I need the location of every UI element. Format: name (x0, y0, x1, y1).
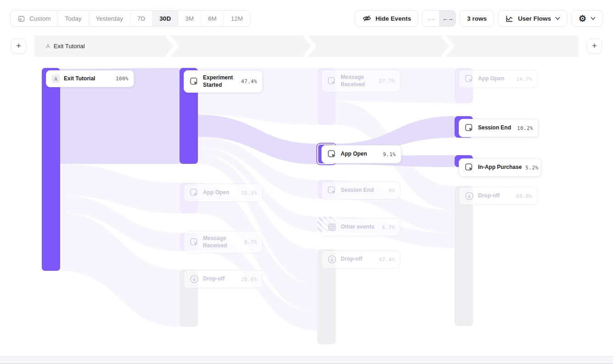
band-chevron-icon (166, 35, 178, 57)
eye-off-icon (362, 14, 371, 23)
flow-node-pct: 15.3% (241, 190, 257, 196)
flow-node-pct: 100% (116, 76, 129, 82)
event-icon (327, 76, 337, 86)
collapse-columns-button[interactable]: →← (422, 11, 439, 26)
band-chevron-icon (442, 35, 454, 57)
toolbar-right: Hide Events →← ←→ 3 rows User Flo (355, 10, 603, 27)
flow-node-label: Other events (341, 224, 374, 231)
event-icon (464, 162, 474, 173)
flow-node-bar-exit-tutorial[interactable] (42, 68, 60, 271)
date-range-selector: Custom Today Yesterday 7D 30D 3M 6M 12M (10, 10, 250, 27)
date-preset-6m[interactable]: 6M (201, 11, 224, 26)
date-preset-3m[interactable]: 3M (178, 11, 201, 26)
event-icon (464, 123, 474, 133)
flow-node-card-drop-off[interactable]: Drop-off47.4% (321, 250, 400, 269)
date-preset-30d[interactable]: 30D (152, 11, 178, 26)
step-letter: A (46, 43, 50, 50)
flow-node-label: App Open (341, 151, 367, 158)
flow-node-card-message-received[interactable]: Message Received27.7% (321, 70, 400, 92)
flow-node-card-drop-off[interactable]: Drop-off28.6% (184, 270, 263, 288)
add-step-after-button[interactable]: + (587, 39, 602, 54)
flow-node-bar-drop-off[interactable] (455, 186, 473, 326)
view-selector-dropdown[interactable]: User Flows (498, 10, 568, 27)
event-icon (327, 185, 337, 196)
other-events-icon (327, 222, 337, 232)
flow-node-pct: 10.2% (517, 125, 533, 131)
flow-node-pct: 8.7% (244, 239, 257, 245)
settings-dropdown[interactable]: ⚙ (571, 10, 603, 27)
flow-node-label: Session End (341, 187, 374, 194)
flow-node-label: Experiment Started (203, 74, 237, 89)
bottom-scroll-strip[interactable] (0, 356, 613, 364)
flow-node-label: Exit Tutorial (64, 75, 95, 83)
drop-off-icon (327, 254, 337, 264)
flow-node-card-app-open[interactable]: App Open9.1% (321, 145, 401, 163)
step-header-band: A Exit Tutorial (34, 35, 579, 57)
flow-node-label: Message Received (341, 74, 375, 88)
chevron-down-icon (555, 17, 560, 20)
chevron-down-icon (591, 17, 596, 20)
step-header-label: A Exit Tutorial (46, 35, 85, 57)
event-icon (189, 77, 199, 87)
flow-node-pct: 69.8% (516, 193, 532, 199)
flow-node-card-experiment-started[interactable]: Experiment Started47.4% (184, 70, 263, 93)
flow-node-pct: 6.7% (382, 224, 395, 230)
flow-node-label: App Open (478, 75, 504, 83)
flow-node-card-exit-tutorial[interactable]: AExit Tutorial100% (46, 70, 134, 87)
flow-node-pct: 28.6% (241, 276, 257, 282)
calendar-icon (17, 15, 25, 22)
event-icon (189, 237, 199, 247)
flow-node-card-session-end[interactable]: Session End10.2% (459, 119, 539, 137)
arrows-collapse-icon: →← (426, 15, 436, 22)
flow-node-label: Drop-off (203, 275, 225, 283)
drop-off-icon (189, 274, 199, 284)
flow-node-label: App Open (203, 189, 229, 196)
hide-events-label: Hide Events (376, 15, 411, 22)
toolbar: Custom Today Yesterday 7D 30D 3M 6M 12M … (10, 10, 603, 27)
user-flows-app: AExit Tutorial100%Experiment Started47.4… (0, 0, 613, 364)
flow-node-label: Message Received (203, 235, 241, 249)
flow-node-pct: 14.7% (516, 76, 532, 82)
event-icon (327, 149, 337, 159)
date-preset-today[interactable]: Today (58, 11, 89, 26)
date-preset-label: Custom (29, 15, 51, 22)
view-selector-label: User Flows (518, 15, 551, 22)
step-title: Exit Tutorial (54, 43, 85, 50)
event-icon (189, 188, 199, 198)
flow-node-pct: 9% (388, 188, 395, 194)
flow-node-card-session-end[interactable]: Session End9% (321, 181, 400, 200)
date-preset-custom[interactable]: Custom (11, 11, 58, 26)
rows-button[interactable]: 3 rows (460, 10, 494, 27)
date-preset-yesterday[interactable]: Yesterday (89, 11, 131, 26)
flow-node-label: Drop-off (478, 192, 500, 200)
flow-node-pct: 5.2% (525, 165, 538, 171)
flow-node-pct: 9.1% (383, 151, 396, 157)
flow-node-card-app-open[interactable]: App Open14.7% (459, 70, 538, 88)
event-icon (464, 74, 474, 84)
expand-columns-button[interactable]: ←→ (439, 11, 456, 26)
date-preset-12m[interactable]: 12M (224, 11, 250, 26)
gear-icon: ⚙ (579, 14, 586, 23)
flow-node-pct: 47.4% (379, 257, 395, 263)
band-chevron-icon (304, 35, 316, 57)
flow-node-label: In-App Purchase (478, 164, 522, 171)
line-chart-icon (505, 14, 514, 23)
add-step-before-button[interactable]: + (11, 39, 26, 54)
hide-events-button[interactable]: Hide Events (355, 10, 418, 27)
flow-node-card-message-received[interactable]: Message Received8.7% (184, 231, 263, 253)
flow-node-card-app-open[interactable]: App Open15.3% (184, 184, 263, 202)
flow-node-label: Session End (478, 124, 511, 132)
flow-node-pct: 47.4% (241, 78, 257, 84)
flow-node-card-drop-off[interactable]: Drop-off69.8% (459, 187, 538, 205)
drop-off-icon (464, 191, 474, 201)
column-width-toggle: →← ←→ (422, 10, 456, 27)
flow-node-label: Drop-off (341, 256, 362, 263)
flow-node-pct: 27.7% (379, 78, 395, 84)
arrows-expand-icon: ←→ (442, 15, 452, 22)
step-badge: A (51, 74, 60, 83)
flow-node-card-other-events[interactable]: Other events6.7% (321, 218, 400, 236)
flow-node-card-in-app-purchase[interactable]: In-App Purchase5.2% (459, 158, 541, 177)
date-preset-7d[interactable]: 7D (130, 11, 152, 26)
